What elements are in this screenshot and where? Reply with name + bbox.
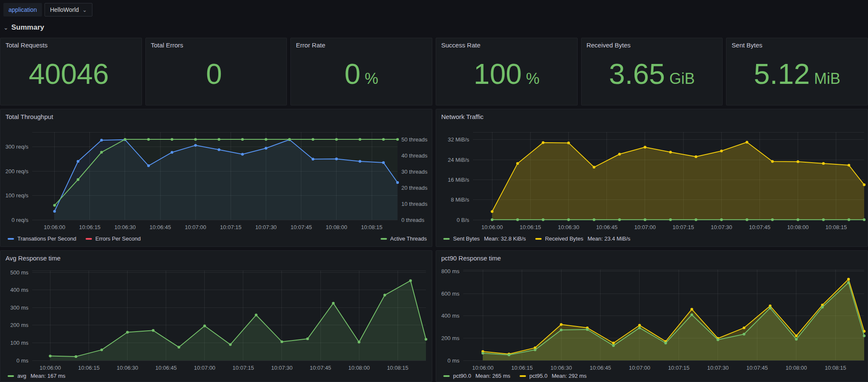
- svg-text:200 ms: 200 ms: [10, 322, 28, 328]
- legend-item[interactable]: Transations Per Second: [8, 235, 76, 242]
- svg-text:10:06:15: 10:06:15: [520, 224, 541, 230]
- svg-text:40 threads: 40 threads: [401, 152, 428, 159]
- svg-text:10:07:30: 10:07:30: [271, 365, 293, 371]
- chevron-down-icon: ⌄: [3, 25, 8, 30]
- charts-grid: 0 req/s100 req/s200 req/s300 req/s0 thre…: [0, 109, 868, 382]
- svg-text:500 ms: 500 ms: [10, 269, 28, 276]
- svg-text:10:07:00: 10:07:00: [185, 224, 206, 230]
- svg-text:10:08:15: 10:08:15: [826, 224, 847, 230]
- svg-text:10:07:45: 10:07:45: [749, 224, 771, 230]
- svg-text:16 MiB/s: 16 MiB/s: [448, 177, 469, 183]
- legend-label: Transations Per Second: [17, 235, 76, 242]
- legend-avg-response: avgMean: 167 ms: [8, 373, 427, 379]
- legend-label: Active Threads: [390, 235, 427, 242]
- stat-value: 3.65GiB: [609, 59, 695, 88]
- stat-title[interactable]: Total Errors: [151, 42, 282, 49]
- svg-text:8 MiB/s: 8 MiB/s: [451, 197, 470, 203]
- chart-canvas-total-throughput[interactable]: 0 req/s100 req/s200 req/s300 req/s0 thre…: [0, 109, 432, 246]
- chart-canvas-pct90-response[interactable]: 0 ms200 ms400 ms600 ms800 ms10:06:0010:0…: [436, 251, 868, 382]
- svg-text:10:07:00: 10:07:00: [194, 365, 216, 371]
- svg-text:10:06:30: 10:06:30: [117, 365, 138, 371]
- legend-item[interactable]: Sent BytesMean: 32.8 KiB/s: [443, 235, 526, 242]
- svg-text:10:06:15: 10:06:15: [78, 365, 100, 371]
- legend-pct90-response: pct90.0Mean: 265 mspct95.0Mean: 292 ms: [443, 373, 862, 379]
- svg-text:50 threads: 50 threads: [401, 136, 428, 143]
- stat-value: 100%: [474, 59, 540, 88]
- stat-panel-error-rate: Error Rate 0%: [290, 38, 432, 105]
- svg-text:24 MiB/s: 24 MiB/s: [448, 157, 469, 163]
- svg-text:10:07:45: 10:07:45: [310, 365, 331, 371]
- svg-text:10:07:45: 10:07:45: [290, 224, 312, 230]
- svg-text:10:06:45: 10:06:45: [596, 224, 618, 230]
- panel-title[interactable]: Total Throughput: [6, 113, 53, 120]
- legend-item[interactable]: Active Threads: [381, 235, 427, 242]
- stat-title[interactable]: Received Bytes: [587, 42, 718, 49]
- legend-swatch-icon: [86, 238, 92, 240]
- svg-text:10:07:45: 10:07:45: [746, 365, 768, 371]
- stat-value: 40046: [29, 59, 113, 88]
- svg-text:10:07:15: 10:07:15: [220, 224, 242, 230]
- svg-text:0 ms: 0 ms: [448, 357, 460, 364]
- legend-item[interactable]: Received BytesMean: 23.4 MiB/s: [535, 235, 630, 242]
- stat-panel-success-rate: Success Rate 100%: [436, 38, 578, 105]
- legend-network-traffic: Sent BytesMean: 32.8 KiB/sReceived Bytes…: [443, 235, 862, 242]
- chart-canvas-avg-response[interactable]: 0 ms100 ms200 ms300 ms400 ms500 ms10:06:…: [0, 251, 432, 382]
- panel-total-throughput: 0 req/s100 req/s200 req/s300 req/s0 thre…: [0, 109, 432, 247]
- legend-label: Errors Per Second: [95, 235, 141, 242]
- legend-label: pct95.0: [529, 373, 548, 379]
- legend-swatch-icon: [443, 238, 450, 240]
- panel-title[interactable]: pct90 Response time: [441, 255, 501, 262]
- dashboard-submenu: application HelloWorld ⌄: [0, 0, 868, 17]
- svg-text:300 req/s: 300 req/s: [6, 144, 29, 150]
- svg-text:0 B/s: 0 B/s: [456, 217, 469, 223]
- legend-mean: Mean: 23.4 MiB/s: [587, 235, 630, 242]
- svg-text:600 ms: 600 ms: [441, 291, 459, 297]
- svg-text:10:06:00: 10:06:00: [472, 365, 494, 371]
- panel-title[interactable]: Avg Response time: [6, 255, 61, 262]
- legend-swatch-icon: [443, 375, 450, 377]
- panel-network-traffic: 0 B/s8 MiB/s16 MiB/s24 MiB/s32 MiB/s10:0…: [436, 109, 868, 247]
- stat-title[interactable]: Total Requests: [6, 42, 136, 49]
- panel-pct90-response-time: 0 ms200 ms400 ms600 ms800 ms10:06:0010:0…: [436, 250, 868, 382]
- stat-title[interactable]: Error Rate: [296, 42, 427, 49]
- section-title: Summary: [11, 23, 44, 32]
- legend-item[interactable]: Errors Per Second: [86, 235, 141, 242]
- legend-item[interactable]: pct95.0Mean: 292 ms: [520, 373, 587, 379]
- stat-panel-received-bytes: Received Bytes 3.65GiB: [581, 38, 723, 105]
- svg-text:10:07:15: 10:07:15: [668, 365, 690, 371]
- panel-title[interactable]: Network Traffic: [441, 113, 484, 120]
- stat-panel-sent-bytes: Sent Bytes 5.12MiB: [726, 38, 868, 105]
- svg-text:10:07:00: 10:07:00: [634, 224, 656, 230]
- svg-text:10:08:00: 10:08:00: [326, 224, 348, 230]
- section-summary-toggle[interactable]: ⌄ Summary: [3, 22, 868, 33]
- legend-item[interactable]: pct90.0Mean: 265 ms: [443, 373, 510, 379]
- chart-canvas-network-traffic[interactable]: 0 B/s8 MiB/s16 MiB/s24 MiB/s32 MiB/s10:0…: [436, 109, 868, 246]
- svg-text:10:06:45: 10:06:45: [155, 365, 177, 371]
- svg-text:32 MiB/s: 32 MiB/s: [448, 136, 469, 143]
- svg-text:20 threads: 20 threads: [401, 185, 428, 191]
- svg-text:10:06:15: 10:06:15: [79, 224, 101, 230]
- stat-value: 5.12MiB: [754, 59, 840, 88]
- svg-text:10:08:00: 10:08:00: [785, 365, 807, 371]
- stat-title[interactable]: Success Rate: [441, 42, 572, 49]
- stat-title[interactable]: Sent Bytes: [732, 42, 862, 49]
- legend-swatch-icon: [8, 375, 14, 377]
- svg-text:10:07:00: 10:07:00: [629, 365, 651, 371]
- svg-text:10:07:15: 10:07:15: [233, 365, 254, 371]
- legend-item[interactable]: avgMean: 167 ms: [8, 373, 65, 379]
- svg-text:10:06:30: 10:06:30: [114, 224, 136, 230]
- legend-swatch-icon: [8, 238, 14, 240]
- svg-text:10:06:00: 10:06:00: [44, 224, 65, 230]
- svg-text:10:07:15: 10:07:15: [673, 224, 694, 230]
- svg-text:10:08:00: 10:08:00: [787, 224, 809, 230]
- legend-label: Sent Bytes: [453, 235, 480, 242]
- svg-text:10:08:15: 10:08:15: [387, 365, 409, 371]
- svg-text:10:06:00: 10:06:00: [481, 224, 503, 230]
- variable-label: application: [3, 3, 42, 17]
- stat-panel-total-requests: Total Requests 40046: [0, 38, 142, 105]
- variable-value-dropdown[interactable]: HelloWorld ⌄: [45, 3, 92, 17]
- svg-text:10:06:30: 10:06:30: [558, 224, 579, 230]
- svg-text:10:07:30: 10:07:30: [711, 224, 732, 230]
- stat-panel-total-errors: Total Errors 0: [145, 38, 287, 105]
- svg-text:10:07:30: 10:07:30: [255, 224, 277, 230]
